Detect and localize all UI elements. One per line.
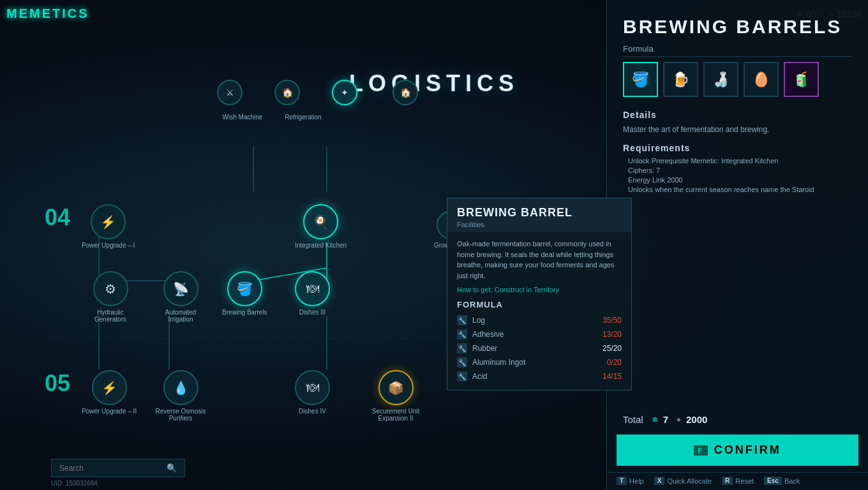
tooltip-how: How to get: Construct in Territory	[457, 286, 622, 293]
node-reverse-osmosis-circle[interactable]: 💧	[163, 370, 198, 405]
node-power-upgrade-2[interactable]: ⚡ Power Upgrade – II	[82, 370, 137, 415]
node-brewing-barrels-label: Brewing Barrels	[222, 309, 267, 316]
node-auto-irrigation-label: Automated Irrigation	[152, 309, 209, 323]
ingredient-row-4: 🔧Acid14/15	[457, 369, 622, 383]
search-bar[interactable]: 🔍	[51, 459, 185, 477]
formula-section: Formula 🪣🍺🍶🥚🧃	[607, 44, 868, 103]
details-section: Details Master the art of fermentation a…	[607, 103, 868, 408]
total-label: Total	[623, 414, 643, 425]
node-dishes-3-circle[interactable]: 🍽	[295, 271, 330, 306]
hint-key-2: R	[722, 477, 733, 485]
confirm-button[interactable]: F CONFIRM	[617, 434, 858, 466]
node-securement-unit-label: Securement Unit Expansion II	[367, 408, 424, 422]
wish-machine-label: Wish Machine	[217, 114, 268, 121]
req-item-0: Unlock Prerequisite Memetic: Integrated …	[623, 157, 852, 165]
tooltip-formula-title: FORMULA	[457, 300, 622, 309]
requirements-title: Requirements	[623, 143, 852, 153]
node-dishes-3[interactable]: 🍽 Dishes III	[295, 271, 330, 316]
hint-label-0: Help	[629, 477, 644, 485]
node-integrated-kitchen[interactable]: 🍳 Integrated Kitchen	[295, 204, 347, 249]
hint-key-1: X	[654, 477, 665, 485]
search-input[interactable]	[59, 464, 161, 473]
hint-item-2: R Reset	[722, 477, 754, 485]
node-power-upgrade-1-circle[interactable]: ⚡	[91, 204, 126, 239]
requirements-list: Unlock Prerequisite Memetic: Integrated …	[623, 157, 852, 193]
hint-label-3: Back	[784, 477, 800, 485]
bottom-hints: T HelpX Quick AllocateR ResetEsc Back	[607, 472, 868, 490]
node-hydraulic-gen-circle[interactable]: ⚙	[93, 271, 128, 306]
req-item-2: Energy Link 2000	[623, 176, 852, 184]
app-title: MEMETICS	[6, 6, 89, 21]
node-top-3-circle[interactable]: ✦	[332, 80, 357, 105]
search-icon: 🔍	[167, 463, 177, 473]
right-panel: BREWING BARRELS Formula 🪣🍺🍶🥚🧃 Details Ma…	[606, 0, 868, 490]
formula-item-3[interactable]: 🥚	[744, 62, 779, 97]
node-dishes-4-circle[interactable]: 🍽	[295, 370, 330, 405]
node-dishes-4[interactable]: 🍽 Dishes IV	[295, 370, 330, 415]
formula-label: Formula	[623, 44, 852, 57]
refrigeration-label: Refrigeration	[274, 114, 332, 121]
node-power-upgrade-2-label: Power Upgrade – II	[82, 408, 137, 415]
hint-item-1: X Quick Allocate	[654, 477, 712, 485]
total-energy: 2000	[686, 414, 707, 425]
formula-item-4[interactable]: 🧃	[784, 62, 819, 97]
node-reverse-osmosis[interactable]: 💧 Reverse Osmosis Purifiers	[152, 370, 209, 422]
ingredient-row-3: 🔧Aluminum Ingot0/20	[457, 355, 622, 369]
node-power-upgrade-1-label: Power Upgrade – I	[82, 242, 135, 249]
node-top-wish[interactable]: ⚔	[217, 80, 243, 105]
level-04-label: 04	[45, 204, 70, 231]
node-auto-irrigation[interactable]: 📡 Automated Irrigation	[152, 271, 209, 323]
formula-item-2[interactable]: 🍶	[703, 62, 738, 97]
panel-title: BREWING BARRELS	[607, 0, 868, 44]
node-securement-unit[interactable]: 📦 Securement Unit Expansion II	[367, 370, 424, 422]
node-power-upgrade-1[interactable]: ⚡ Power Upgrade – I	[82, 204, 135, 249]
node-brewing-barrels-circle[interactable]: 🪣	[227, 271, 262, 306]
node-top-wish-circle[interactable]: ⚔	[217, 80, 243, 105]
tooltip-desc: Oak-made fermentation barrel, commonly u…	[457, 239, 622, 281]
tooltip-header: BREWING BARREL Facilities	[447, 198, 631, 232]
tooltip-body: Oak-made fermentation barrel, commonly u…	[447, 232, 631, 390]
node-auto-irrigation-circle[interactable]: 📡	[163, 271, 198, 306]
hint-key-3: Esc	[764, 477, 782, 485]
total-row: Total ❄ 7 ⌖ 2000	[607, 408, 868, 431]
node-dishes-3-label: Dishes III	[299, 309, 326, 316]
node-reverse-osmosis-label: Reverse Osmosis Purifiers	[152, 408, 209, 422]
node-dishes-4-label: Dishes IV	[299, 408, 326, 415]
hint-label-1: Quick Allocate	[667, 477, 712, 485]
node-integrated-kitchen-label: Integrated Kitchen	[295, 242, 347, 249]
ingredient-row-1: 🔧Adhesive13/20	[457, 327, 622, 341]
node-top-4[interactable]: 🏠	[393, 80, 418, 105]
node-integrated-kitchen-circle[interactable]: 🍳	[303, 204, 338, 239]
cipher-icon-small: ❄	[652, 415, 658, 424]
node-top-4-circle[interactable]: 🏠	[393, 80, 418, 105]
req-item-3: Unlocks when the current season reaches …	[623, 186, 852, 193]
node-hydraulic-gen-label: Hydraulic Generators	[82, 309, 139, 323]
ingredient-rows: 🔧Log35/50🔧Adhesive13/20🔧Rubber25/20🔧Alum…	[457, 313, 622, 383]
tooltip-subtitle: Facilities	[457, 221, 622, 228]
uid-text: UID: 150032684	[51, 480, 98, 487]
hint-item-0: T Help	[617, 477, 644, 485]
formula-items: 🪣🍺🍶🥚🧃	[623, 62, 852, 97]
node-power-upgrade-2-circle[interactable]: ⚡	[92, 370, 127, 405]
node-hydraulic-gen[interactable]: ⚙ Hydraulic Generators	[82, 271, 139, 323]
formula-item-0[interactable]: 🪣	[623, 62, 658, 97]
node-top-2[interactable]: 🏠	[274, 80, 300, 105]
tooltip-title: BREWING BARREL	[457, 206, 622, 219]
details-text: Master the art of fermentation and brewi…	[623, 124, 852, 135]
level-05-label: 05	[45, 370, 70, 397]
confirm-key: F	[694, 445, 708, 456]
confirm-label: CONFIRM	[714, 443, 781, 457]
hint-key-0: T	[617, 477, 627, 485]
node-top-2-circle[interactable]: 🏠	[274, 80, 300, 105]
energy-icon-small: ⌖	[677, 415, 681, 424]
node-top-3[interactable]: ✦	[332, 80, 357, 105]
node-securement-unit-circle[interactable]: 📦	[378, 370, 414, 405]
hint-item-3: Esc Back	[764, 477, 800, 485]
formula-item-1[interactable]: 🍺	[663, 62, 698, 97]
details-title: Details	[623, 110, 852, 120]
hint-label-2: Reset	[735, 477, 754, 485]
ingredient-row-0: 🔧Log35/50	[457, 313, 622, 327]
node-brewing-barrels[interactable]: 🪣 Brewing Barrels	[222, 271, 267, 316]
ingredient-row-2: 🔧Rubber25/20	[457, 341, 622, 355]
total-ciphers: 7	[663, 414, 668, 425]
